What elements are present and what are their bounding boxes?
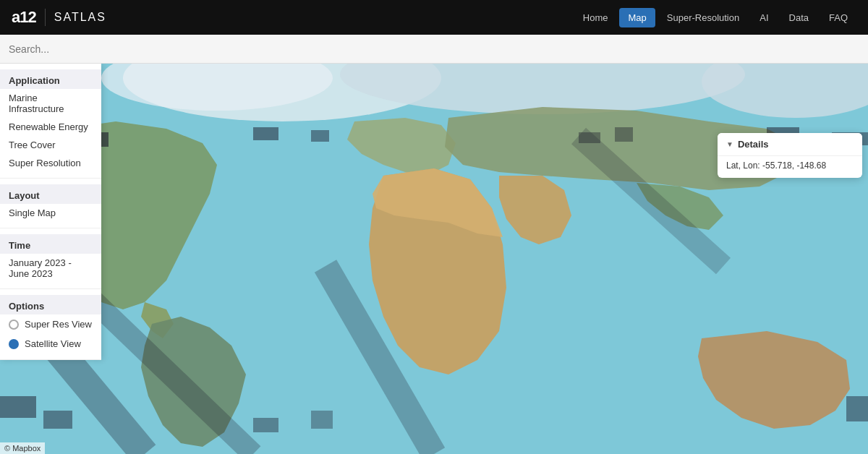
sidebar-section-layout: Layout Single Map [0,179,101,228]
logo-area: a12 SATLAS [12,8,106,27]
nav-links: Home Map Super-Resolution AI Data FAQ [574,8,856,27]
map-attribution: © Mapbox [0,442,45,454]
sidebar-header-options: Options [0,295,101,314]
sidebar-header-time: Time [0,234,101,254]
sidebar-item-renewable-energy[interactable]: Renewable Energy [0,118,101,136]
sidebar-header-layout: Layout [0,184,101,204]
radio-super-res [9,320,19,330]
sidebar-item-tree-cover[interactable]: Tree Cover [0,136,101,154]
sidebar-section-options: Options Super Res View Satellite View [0,289,101,360]
sidebar-item-single-map[interactable]: Single Map [0,204,101,222]
sidebar-section-application: Application Marine Infrastructure Renewa… [0,64,101,179]
search-bar [0,35,868,64]
svg-rect-8 [311,130,329,142]
svg-rect-17 [846,396,868,421]
sidebar-item-date-range[interactable]: January 2023 - June 2023 [0,254,101,283]
nav-home[interactable]: Home [574,8,617,27]
sidebar: Application Marine Infrastructure Renewa… [0,64,101,360]
logo-a12: a12 [12,8,36,27]
super-res-label: Super Res View [25,319,92,330]
svg-rect-12 [615,127,633,142]
map-area[interactable]: ▼ Details Lat, Lon: -55.718, -148.68 © M… [0,64,868,454]
svg-rect-7 [253,127,278,140]
search-input[interactable] [9,43,859,55]
details-header[interactable]: ▼ Details [718,133,862,155]
nav-super-resolution[interactable]: Super-Resolution [658,8,748,27]
map-svg [0,64,868,454]
sidebar-option-super-res-view[interactable]: Super Res View [0,314,101,334]
svg-rect-14 [43,411,72,429]
svg-rect-16 [311,411,333,429]
nav-map[interactable]: Map [619,8,655,27]
sidebar-item-super-resolution[interactable]: Super Resolution [0,154,101,172]
sidebar-section-time: Time January 2023 - June 2023 [0,228,101,289]
navbar: a12 SATLAS Home Map Super-Resolution AI … [0,0,868,35]
lat-lon-value: -55.718, -148.68 [762,160,826,171]
chevron-icon: ▼ [726,140,733,148]
logo-satlas: SATLAS [54,11,106,24]
svg-rect-13 [0,396,36,418]
sidebar-item-marine-infrastructure[interactable]: Marine Infrastructure [0,89,101,118]
logo-divider [45,9,46,26]
sidebar-header-application: Application [0,69,101,89]
nav-data[interactable]: Data [780,8,817,27]
sidebar-option-satellite-view[interactable]: Satellite View [0,334,101,354]
radio-satellite [9,339,19,349]
lat-lon-label: Lat, Lon: [726,160,760,171]
svg-rect-15 [253,418,278,432]
details-panel: ▼ Details Lat, Lon: -55.718, -148.68 [718,133,862,178]
nav-faq[interactable]: FAQ [820,8,856,27]
details-content: Lat, Lon: -55.718, -148.68 [718,155,862,178]
satellite-label: Satellite View [25,338,81,349]
nav-ai[interactable]: AI [751,8,777,27]
details-title: Details [738,139,769,150]
